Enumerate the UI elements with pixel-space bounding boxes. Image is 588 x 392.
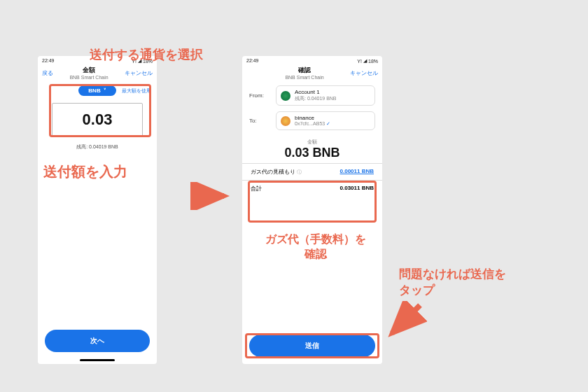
battery-label: 18% — [368, 59, 378, 64]
gas-label: ガス代の見積もり — [251, 169, 295, 175]
amount-value: 0.03 BNB — [242, 146, 382, 160]
page-title: 金額 — [53, 66, 125, 75]
currency-label: BNB — [88, 88, 100, 94]
total-row: 合計 0.03011 BNB — [242, 180, 382, 197]
phone-confirm: 22:49 Y! ◢ 18% 確認 BNB Smart Chain キャンセル … — [242, 56, 382, 364]
status-time: 22:49 — [42, 58, 55, 64]
currency-selector[interactable]: BNB ˅ — [78, 85, 115, 96]
annotation-select-currency: 送付する通貨を選択 — [90, 46, 203, 63]
arrow-down-left-icon — [385, 301, 427, 340]
to-name: binance — [295, 115, 330, 121]
cancel-button[interactable]: キャンセル — [350, 69, 378, 77]
carrier-label: Y! — [357, 59, 362, 64]
from-name: Account 1 — [295, 89, 337, 95]
currency-row: BNB ˅ 最大額を使用 — [38, 83, 157, 100]
to-account-box[interactable]: binance 0x7cfc...AB53✓ — [276, 111, 375, 130]
info-icon[interactable]: ⓘ — [297, 169, 302, 174]
back-button[interactable]: 戻る — [42, 69, 53, 77]
home-indicator — [80, 359, 115, 361]
page-subtitle: BNB Smart Chain — [259, 75, 350, 80]
cancel-button[interactable]: キャンセル — [125, 69, 153, 77]
to-address: 0x7cfc...AB53 — [295, 121, 325, 126]
arrow-right-icon — [189, 182, 231, 210]
gas-value-link[interactable]: 0.00011 BNB — [340, 168, 374, 176]
gas-row: ガス代の見積もり ⓘ 0.00011 BNB — [242, 163, 382, 180]
balance-text: 残高: 0.04019 BNB — [38, 141, 157, 153]
total-value: 0.03011 BNB — [340, 185, 374, 192]
amount-section: 金額 0.03 BNB — [242, 133, 382, 163]
phone-send-amount: 22:49 Y! ◢ 18% 戻る 金額 BNB Smart Chain キャン… — [38, 56, 157, 364]
page-title: 確認 — [259, 66, 350, 75]
use-max-button[interactable]: 最大額を使用 — [122, 88, 151, 94]
from-balance: 残高: 0.04019 BNB — [295, 95, 337, 102]
check-icon: ✓ — [326, 121, 330, 126]
to-label: To: — [249, 118, 269, 124]
nav-bar: 戻る 金額 BNB Smart Chain キャンセル — [38, 64, 157, 83]
amount-input[interactable]: 0.03 — [52, 103, 143, 136]
next-button[interactable]: 次へ — [45, 330, 150, 352]
status-time: 22:49 — [246, 58, 259, 64]
total-label: 合計 — [251, 185, 262, 192]
signal-icon: ◢ — [363, 58, 367, 64]
avatar-icon — [281, 91, 290, 101]
annotation-enter-amount: 送付額を入力 — [43, 162, 127, 181]
page-subtitle: BNB Smart Chain — [53, 75, 125, 80]
status-bar: 22:49 Y! ◢ 18% — [242, 56, 382, 64]
send-button[interactable]: 送信 — [249, 335, 375, 357]
from-label: From: — [249, 92, 269, 99]
chevron-down-icon: ˅ — [104, 88, 106, 94]
nav-bar: 確認 BNB Smart Chain キャンセル — [242, 64, 382, 83]
svg-line-1 — [392, 305, 420, 333]
annotation-tap-send: 問題なければ送信を タップ — [399, 266, 506, 298]
annotation-gas-fee: ガズ代（手数料）を 確認 — [249, 232, 382, 262]
avatar-icon — [281, 116, 290, 126]
from-account-box[interactable]: Account 1 残高: 0.04019 BNB — [276, 85, 375, 106]
amount-label: 金額 — [242, 139, 382, 146]
